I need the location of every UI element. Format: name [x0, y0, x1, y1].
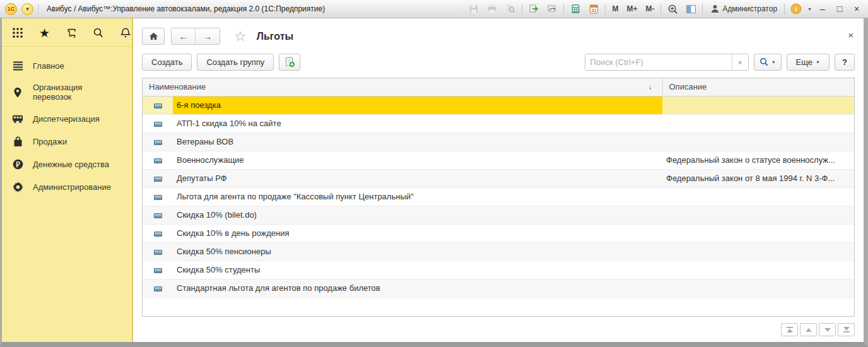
table-row[interactable]: Военнослужащие Федеральный закон о стату… [143, 151, 854, 169]
sidebar-item-cash[interactable]: P Денежные средства [2, 153, 132, 175]
app-window: 1С ▼ Авибус / Авибус™:Управление автовок… [0, 0, 868, 347]
svg-text:31: 31 [592, 8, 597, 13]
table-row[interactable]: Скидка 50% пенсионеры [143, 242, 854, 261]
chevron-down-icon[interactable]: ▼ [807, 7, 812, 11]
search-icon[interactable] [93, 26, 104, 39]
row-name: Скидка 50% пенсионеры [173, 242, 662, 261]
save-icon[interactable] [467, 3, 481, 15]
scroll-up-button[interactable] [800, 323, 817, 336]
column-header-name[interactable]: Наименование ↓ [143, 78, 662, 96]
row-name: Депутаты РФ [173, 169, 662, 187]
get-link-icon[interactable] [527, 3, 541, 15]
split-window-icon[interactable] [684, 3, 698, 15]
scroll-to-bottom-button[interactable] [838, 323, 855, 336]
create-button[interactable]: Создать [142, 54, 192, 71]
row-description [662, 187, 854, 206]
window-close-button[interactable]: × [850, 4, 863, 14]
create-group-button[interactable]: Создать группу [197, 54, 274, 71]
column-header-description[interactable]: Описание [662, 78, 854, 96]
table-row[interactable]: Скидка 10% в день рождения [143, 224, 854, 242]
table-row[interactable]: АТП-1 скидка 10% на сайте [143, 114, 854, 132]
row-description [662, 261, 854, 279]
calculator-icon[interactable] [568, 3, 582, 15]
memory-m-plus-button[interactable]: M+ [625, 4, 639, 13]
sidebar-item-administration[interactable]: Администрирование [2, 175, 132, 198]
row-icon-cell [143, 224, 173, 242]
sidebar-item-dispatching[interactable]: Диспетчеризация [2, 107, 132, 130]
table-row[interactable]: Стандартная льгота для агентов по продаж… [143, 279, 854, 297]
window-title: Авибус / Авибус™:Управление автовокзалам… [47, 4, 462, 13]
help-button[interactable]: ? [835, 54, 855, 71]
row-name: Скидка 50% студенты [173, 261, 662, 279]
print-preview-icon[interactable] [503, 3, 517, 15]
table-row[interactable]: Ветераны ВОВ [143, 132, 854, 151]
memory-m-minus-button[interactable]: M- [643, 4, 656, 13]
favorite-toggle-star[interactable]: ☆ [234, 28, 247, 45]
sidebar: ★ Главное [2, 18, 133, 342]
history-nav: ← → [171, 28, 220, 45]
sidebar-panel-icons: ★ [2, 18, 132, 47]
sidebar-item-label: Организация перевозок [33, 83, 122, 102]
table-row[interactable]: Депутаты РФ Федеральный закон от 8 мая 1… [143, 169, 854, 187]
user-icon [710, 3, 720, 15]
catalog-item-icon [154, 213, 162, 218]
row-name: Стандартная льгота для агентов по продаж… [173, 279, 662, 297]
chevron-down-icon: ▼ [816, 60, 820, 64]
current-user[interactable]: Администратор [707, 3, 780, 15]
history-icon[interactable] [66, 26, 77, 39]
catalog-item-icon [154, 250, 162, 255]
benefits-table: Наименование ↓ Описание 6-я п [142, 78, 855, 317]
table-row[interactable]: Льгота для агента по продаже "Кассовый п… [143, 187, 854, 206]
row-icon-cell [143, 187, 173, 206]
catalog-item-icon [154, 286, 162, 291]
home-button[interactable] [142, 28, 165, 45]
user-name-label: Администратор [722, 4, 777, 13]
table-body: 6-я поездка АТП-1 скидка 10% на сайте [143, 96, 854, 297]
sidebar-item-sales[interactable]: Продажи [2, 130, 132, 153]
favorites-star-icon[interactable]: ★ [39, 26, 50, 39]
row-icon-cell [143, 261, 173, 279]
forward-button[interactable]: → [196, 28, 220, 44]
notifications-bell-icon[interactable] [120, 26, 131, 39]
apps-grid-icon[interactable] [12, 26, 23, 39]
table-row[interactable]: Скидка 10% (bilet.do) [143, 206, 854, 224]
table-row[interactable]: Скидка 50% студенты [143, 261, 854, 279]
minimize-button[interactable]: – [816, 4, 829, 14]
ruble-coin-icon: P [12, 158, 23, 170]
scroll-down-button[interactable] [819, 323, 836, 336]
search-box: × [585, 54, 749, 71]
catalog-item-icon [154, 140, 162, 145]
sidebar-item-label: Диспетчеризация [33, 114, 100, 124]
copy-item-button[interactable] [279, 54, 300, 71]
row-icon-cell [143, 242, 173, 261]
back-button[interactable]: ← [172, 28, 196, 44]
catalog-item-icon [154, 268, 162, 273]
main-menu-button[interactable]: ▼ [21, 3, 33, 15]
print-icon[interactable] [485, 3, 499, 15]
form-close-button[interactable]: × [848, 30, 853, 40]
scroll-to-top-button[interactable] [781, 323, 798, 336]
search-area: × ▼ Еще ▼ ? [585, 54, 855, 71]
memory-m-button[interactable]: M [610, 4, 620, 13]
calendar-icon[interactable]: 31 [587, 3, 601, 15]
row-icon-cell [143, 132, 173, 151]
sidebar-item-main[interactable]: Главное [2, 54, 132, 77]
zoom-icon[interactable] [666, 3, 679, 15]
info-icon[interactable]: i [789, 3, 803, 15]
row-name: Скидка 10% в день рождения [173, 224, 662, 242]
toolbar: Создать Создать группу × ▼ Еще [142, 54, 855, 71]
search-input[interactable] [585, 54, 732, 70]
maximize-button[interactable]: □ [833, 4, 846, 14]
sidebar-item-transport-organization[interactable]: Организация перевозок [2, 77, 132, 107]
row-description [662, 114, 854, 132]
row-icon-cell [143, 151, 173, 169]
table-row[interactable]: 6-я поездка [143, 96, 854, 114]
shopping-bag-icon [12, 136, 23, 147]
row-description: Федеральный закон о статусе военнослуж..… [662, 151, 854, 169]
search-clear-button[interactable]: × [732, 54, 748, 70]
sidebar-item-label: Продажи [33, 137, 67, 146]
search-options-button[interactable]: ▼ [754, 54, 782, 71]
hamburger-icon [12, 60, 23, 71]
more-button[interactable]: Еще ▼ [787, 54, 830, 71]
go-to-link-icon[interactable] [545, 3, 559, 15]
